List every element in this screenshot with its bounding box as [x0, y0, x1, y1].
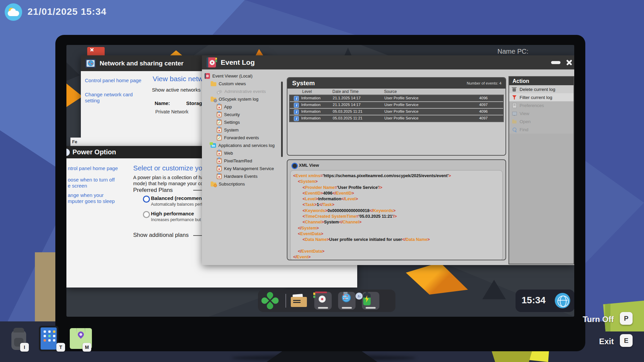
- xml-view-radio[interactable]: [291, 163, 298, 169]
- tag-icon: [216, 90, 222, 95]
- dock-network[interactable]: [338, 292, 356, 310]
- power-body-line-1: mode) that help manage your comp: [133, 181, 210, 186]
- turn-off-button[interactable]: Turn Off: [550, 315, 614, 324]
- tree-item-label: Applications and services log: [218, 143, 275, 148]
- event-datetime: 21.1.2025 14:17: [333, 96, 361, 100]
- event-row[interactable]: iInformation21.1.2025 14:17User Profile …: [290, 102, 503, 109]
- clip-check-icon: ✓: [217, 119, 222, 125]
- information-icon: i: [294, 103, 299, 108]
- event-row[interactable]: iInformation21.1.2025 14:17User Profile …: [290, 95, 503, 102]
- clip-x-icon: ×: [217, 112, 222, 117]
- event-count-label: Number of events: 4: [467, 81, 501, 85]
- tree-item-event-viewer-local[interactable]: Event Viewer (Local): [205, 72, 282, 80]
- dock-event-log[interactable]: [314, 292, 332, 310]
- tree-scrollbar[interactable]: [281, 82, 283, 157]
- action-delete-current-log[interactable]: Delete current log: [509, 85, 574, 93]
- globe-network-icon[interactable]: [555, 293, 570, 308]
- link-change-network-card[interactable]: Change network card setting: [85, 92, 139, 104]
- radio-high-performance[interactable]: [143, 211, 150, 218]
- radio-balanced[interactable]: [143, 196, 150, 203]
- tree-item-label: Forwarded events: [224, 135, 259, 140]
- xml-line: <Event xmlns='https://schemas.pixelteamr…: [290, 173, 502, 179]
- action-label: Open: [520, 119, 531, 124]
- event-row[interactable]: iInformation05.03.2025 11:21User Profile…: [290, 115, 503, 121]
- system-panel-header: System Number of events: 4: [287, 78, 505, 89]
- tree-item-hardware-events[interactable]: ×Hardware Events: [205, 172, 282, 180]
- power-link-2[interactable]: e screen: [68, 183, 87, 189]
- clip-x-icon: ×: [217, 127, 222, 133]
- power-link-3[interactable]: ange when your: [68, 192, 104, 198]
- system-events-panel: System Number of events: 4 Level Date an…: [287, 77, 506, 156]
- power-window-icon: [66, 149, 70, 156]
- high-performance-desc: Increases performance but ma: [151, 217, 208, 222]
- event-id: 4096: [468, 96, 488, 100]
- minimize-button[interactable]: [551, 61, 560, 64]
- event-source: User Profile Service: [384, 116, 419, 120]
- desktop-app-icon[interactable]: [87, 47, 105, 56]
- apps-icon: [211, 143, 216, 148]
- action-panel: Action Delete current logFilter current …: [508, 76, 574, 264]
- xml-line: <Provider Name='User Profile Service'/>: [290, 185, 502, 191]
- tree-item-oscypek-system-log[interactable]: OScypek system log: [205, 95, 282, 103]
- action-filter-current-log[interactable]: Filter current log: [509, 93, 574, 101]
- book-icon: [205, 73, 210, 79]
- power-window-title: Power Option: [72, 148, 116, 156]
- high-performance-label[interactable]: High performance: [151, 211, 194, 216]
- tree-item-label: Settings: [224, 120, 240, 125]
- dock-power[interactable]: zz: [362, 292, 379, 310]
- tree-item-settings[interactable]: ✓Settings: [205, 118, 282, 126]
- tree-item-subscriptions[interactable]: Subscriptions: [205, 180, 282, 188]
- event-level: Information: [301, 116, 321, 120]
- tree-item-web[interactable]: ×Web: [205, 149, 282, 157]
- power-link-1[interactable]: oose when to turn off: [68, 177, 115, 183]
- xml-line: <Data Name>User profile service initiate…: [290, 237, 502, 243]
- event-level: Information: [301, 109, 321, 113]
- tree-item-label: Administrative events: [224, 89, 266, 94]
- action-open[interactable]: Open: [509, 117, 574, 125]
- turn-off-key-badge: P: [620, 312, 633, 325]
- tree-item-pixelteamred[interactable]: ×PixelTeamRed: [205, 157, 282, 165]
- tree-item-key-management-service[interactable]: ×Key Management Service: [205, 165, 282, 172]
- action-panel-title: Action: [513, 78, 529, 84]
- power-link-0[interactable]: ntrol panel home page: [68, 165, 118, 171]
- close-icon[interactable]: [565, 58, 574, 67]
- action-label: Preferences: [520, 103, 544, 108]
- link-control-panel-home[interactable]: Control panel home page: [85, 77, 144, 84]
- column-datetime: Date and Time: [332, 89, 359, 94]
- show-additional-plans[interactable]: Show additional plans: [133, 232, 189, 239]
- xml-line: </EventData>: [290, 249, 502, 254]
- action-label: View: [520, 111, 529, 116]
- balanced-plan-label[interactable]: Balanced (recommend: [151, 195, 205, 201]
- monitor-bezel: Name PC: PC_ITRoom_1 Network and sharing…: [55, 35, 585, 351]
- action-view[interactable]: View: [509, 109, 574, 117]
- exit-button[interactable]: Exit: [550, 337, 614, 346]
- tree-item-administrative-events[interactable]: Administrative events: [205, 88, 282, 95]
- tree-item-forwarded-events[interactable]: ✓Forwarded events: [205, 134, 282, 142]
- xml-line: <EventID>4096</EventID>: [290, 191, 502, 196]
- tree-item-app[interactable]: ×App: [205, 103, 282, 111]
- power-link-4[interactable]: mputer goes to sleep: [68, 198, 115, 204]
- tree-item-applications-and-services-log[interactable]: Applications and services log: [205, 142, 282, 149]
- tree-item-security[interactable]: ×Security: [205, 111, 282, 118]
- xml-content: <Event xmlns='https://schemas.pixelteamr…: [290, 170, 503, 260]
- shortcut-tablet[interactable]: [39, 326, 58, 351]
- app-launcher-icon[interactable]: [260, 290, 280, 311]
- action-preferences[interactable]: Preferences: [509, 101, 574, 109]
- taskbar-time: 15:34: [522, 295, 546, 306]
- event-log-titlebar[interactable]: Event Log: [202, 55, 574, 69]
- column-level: Level: [302, 89, 312, 94]
- event-row[interactable]: iInformation05.03.2025 11:21User Profile…: [290, 109, 503, 115]
- tree-item-custom-views[interactable]: Custom views: [205, 80, 282, 88]
- clip-x-icon: ×: [217, 104, 222, 110]
- tree-item-label: Subscriptions: [219, 182, 245, 187]
- tree-item-system[interactable]: ×System: [205, 126, 282, 134]
- tree-item-label: Custom views: [219, 81, 246, 86]
- information-icon: i: [294, 109, 299, 114]
- tree-item-label: Key Management Service: [224, 166, 274, 171]
- action-label: Filter current log: [520, 95, 552, 100]
- file-manager-icon[interactable]: [291, 294, 307, 307]
- action-find[interactable]: Find: [509, 125, 574, 134]
- weather-icon: [5, 3, 22, 21]
- xml-line: <Task>1</Task>: [290, 202, 502, 208]
- network-type-label: Private Network: [155, 109, 189, 114]
